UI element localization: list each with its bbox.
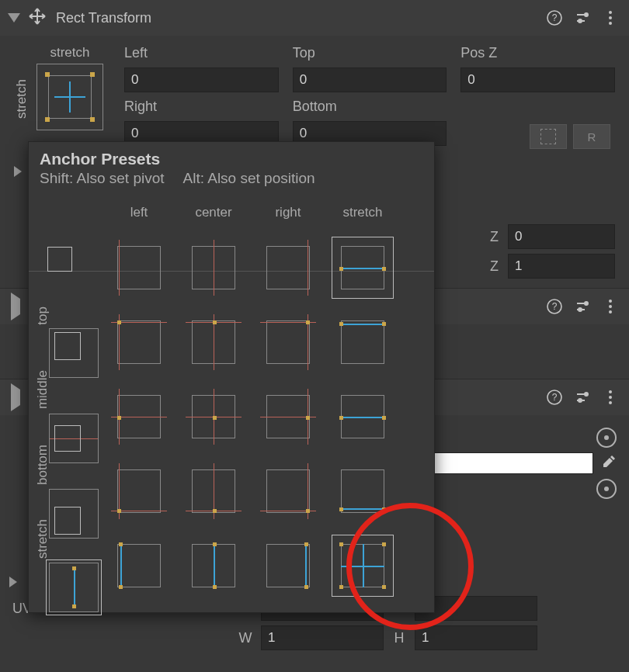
more-icon[interactable]: [601, 388, 620, 407]
preset-none-left[interactable]: [111, 240, 167, 296]
svg-point-19: [609, 396, 612, 399]
svg-point-18: [609, 390, 612, 393]
col-right: right: [275, 205, 301, 220]
color-field[interactable]: [429, 452, 593, 474]
anchors-foldout-icon[interactable]: [14, 166, 22, 177]
svg-text:?: ?: [552, 301, 558, 312]
anchor-row-label: stretch: [14, 79, 30, 119]
row-stretch: stretch: [35, 519, 50, 559]
uv-w-label: W: [236, 630, 255, 646]
svg-point-13: [609, 310, 612, 313]
preset-stretch-none[interactable]: [49, 563, 99, 612]
popup-title: Anchor Presets: [29, 142, 434, 168]
z-label-0: Z: [490, 229, 499, 245]
z-input-1[interactable]: 1: [508, 254, 615, 279]
preset-bottom-stretch[interactable]: [335, 463, 391, 519]
anchor-preset-button[interactable]: stretch stretch: [28, 45, 112, 130]
svg-point-12: [609, 305, 612, 308]
transform-icon: [28, 7, 47, 29]
right-label: Right: [124, 99, 279, 115]
svg-point-2: [585, 13, 588, 16]
preset-bottom-right[interactable]: [260, 463, 316, 519]
preset-none-center[interactable]: [186, 240, 242, 296]
uv-h-label: H: [390, 630, 408, 646]
top-input[interactable]: 0: [293, 68, 447, 92]
bottom-label: Bottom: [293, 99, 447, 115]
preset-top-stretch[interactable]: [335, 314, 391, 370]
col-center: center: [195, 205, 231, 220]
svg-point-20: [609, 401, 612, 404]
svg-point-17: [579, 399, 582, 402]
object-picker-icon[interactable]: [596, 428, 617, 448]
popup-hint-alt: Alt: Also set position: [183, 170, 315, 187]
preset-middle-right[interactable]: [260, 389, 316, 445]
rect-transform-header[interactable]: Rect Transform ?: [0, 0, 629, 36]
preset-middle-left[interactable]: [111, 389, 167, 445]
col-stretch: stretch: [342, 205, 382, 220]
preset-stretch-center[interactable]: [186, 538, 242, 594]
foldout-icon[interactable]: [8, 13, 20, 23]
anchor-presets-popup: Anchor Presets Shift: Also set pivot Alt…: [28, 141, 435, 613]
object-picker-icon[interactable]: [596, 479, 617, 499]
posz-label: Pos Z: [460, 45, 615, 61]
svg-point-5: [609, 16, 612, 19]
svg-point-6: [609, 22, 612, 25]
z-input-0[interactable]: 0: [508, 224, 615, 249]
blueprint-button[interactable]: [530, 124, 567, 149]
uv-h-input[interactable]: 1: [415, 625, 537, 650]
preset-bottom-left[interactable]: [111, 463, 167, 519]
more-icon[interactable]: [601, 9, 620, 27]
preset-icon[interactable]: [573, 9, 592, 27]
popup-hint-shift: Shift: Also set pivot: [40, 170, 165, 187]
foldout-icon[interactable]: [11, 390, 20, 406]
preset-stretch-stretch[interactable]: [335, 538, 391, 594]
svg-text:?: ?: [552, 12, 558, 23]
help-icon[interactable]: ?: [545, 388, 564, 407]
svg-point-3: [579, 19, 582, 23]
preset-none-stretch[interactable]: [335, 240, 391, 296]
row-middle: middle: [35, 370, 50, 409]
posz-input[interactable]: 0: [460, 68, 615, 92]
preset-middle-stretch[interactable]: [335, 389, 391, 445]
left-label: Left: [124, 45, 279, 61]
top-label: Top: [293, 45, 447, 61]
preset-top-right[interactable]: [260, 314, 316, 370]
svg-point-4: [609, 11, 612, 14]
help-icon[interactable]: ?: [545, 9, 564, 27]
preset-top-left[interactable]: [111, 314, 167, 370]
anchor-grid: left center right stretch top middle bot…: [29, 195, 434, 612]
z-label-1: Z: [490, 258, 499, 275]
row-bottom: bottom: [35, 445, 50, 485]
svg-point-11: [609, 300, 612, 303]
raw-edit-button[interactable]: R: [573, 124, 610, 149]
preset-icon[interactable]: [573, 388, 592, 407]
preset-icon[interactable]: [573, 297, 592, 316]
preset-middle-center[interactable]: [186, 389, 242, 445]
uvrect-foldout-icon[interactable]: [9, 577, 17, 587]
eyedropper-icon[interactable]: [601, 454, 617, 473]
component-title: Rect Transform: [56, 10, 536, 26]
preset-bottom-center[interactable]: [186, 463, 242, 519]
preset-stretch-left[interactable]: [111, 538, 167, 594]
foldout-icon[interactable]: [11, 299, 20, 315]
help-icon[interactable]: ?: [545, 297, 564, 316]
preset-top-center[interactable]: [186, 314, 242, 370]
svg-point-16: [585, 393, 588, 396]
more-icon[interactable]: [601, 297, 620, 316]
none-none-preview[interactable]: [44, 244, 92, 292]
preset-stretch-right[interactable]: [260, 538, 316, 594]
anchor-col-label: stretch: [28, 45, 112, 61]
uv-w-input[interactable]: 1: [261, 625, 384, 650]
left-input[interactable]: 0: [124, 68, 279, 92]
row-top: top: [35, 307, 50, 325]
col-left: left: [130, 205, 148, 220]
svg-point-10: [579, 308, 582, 311]
svg-point-9: [585, 302, 588, 305]
svg-text:?: ?: [552, 392, 558, 403]
preset-none-right[interactable]: [260, 240, 316, 296]
